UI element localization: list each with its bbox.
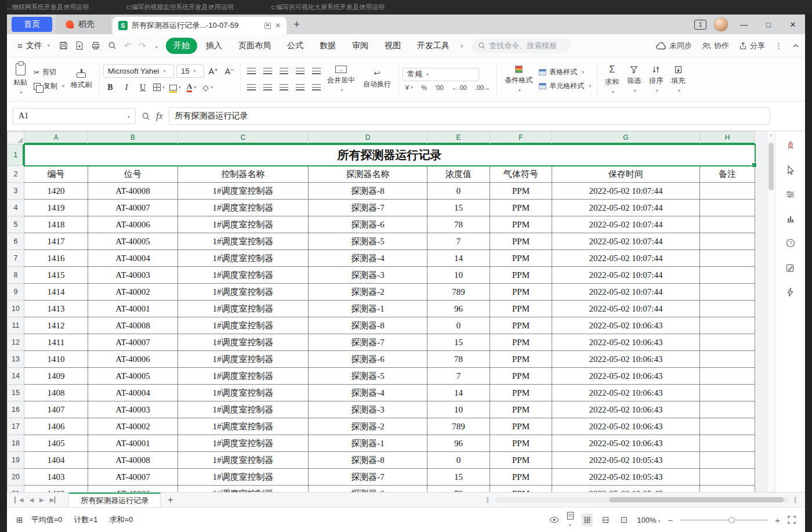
- cell[interactable]: 1409: [24, 368, 88, 385]
- cell[interactable]: [700, 486, 755, 493]
- ribbon-tab-视图[interactable]: 视图: [377, 38, 408, 54]
- vertical-scrollbar[interactable]: ≡: [767, 131, 775, 492]
- cell[interactable]: 2022-05-02 10:07:44: [552, 267, 700, 284]
- increase-indent-button[interactable]: [309, 64, 323, 78]
- cell[interactable]: PPM: [490, 435, 552, 452]
- zoom-out-button[interactable]: −: [668, 515, 673, 525]
- row-header-13[interactable]: 13: [8, 351, 24, 368]
- cell[interactable]: AT-40006: [88, 216, 178, 233]
- cell[interactable]: AT-40006: [88, 351, 178, 368]
- cell[interactable]: [700, 284, 755, 301]
- more-options-icon[interactable]: ⋮: [775, 41, 782, 50]
- cell[interactable]: 2022-05-02 10:06:43: [552, 385, 700, 401]
- page-break-view-icon[interactable]: ⊡: [619, 513, 630, 526]
- grid-viewport[interactable]: ABCDEFGH 1所有探测器运行记录2编号位号控制器名称探测器名称浓度值气体符…: [7, 131, 767, 492]
- cut-button[interactable]: ✂ 剪切: [31, 67, 67, 78]
- cell[interactable]: 7: [427, 368, 490, 385]
- edit-tools-icon[interactable]: [782, 259, 799, 276]
- maximize-button[interactable]: □: [760, 16, 777, 33]
- ribbon-tab-数据[interactable]: 数据: [312, 38, 343, 54]
- cell[interactable]: 0: [427, 317, 490, 334]
- cell[interactable]: 15: [427, 469, 490, 486]
- cell[interactable]: 1413: [24, 301, 88, 317]
- redo-icon[interactable]: ↷: [139, 41, 146, 51]
- header-cell[interactable]: 浓度值: [427, 166, 490, 183]
- number-format-icon-4[interactable]: .00→: [472, 84, 493, 91]
- cell[interactable]: AT-40002: [88, 418, 178, 435]
- cell[interactable]: PPM: [490, 284, 552, 301]
- cell[interactable]: 2022-05-02 10:06:43: [552, 368, 700, 385]
- header-cell[interactable]: 保存时间: [552, 166, 700, 183]
- cell[interactable]: AT-40003: [88, 401, 178, 418]
- ribbon-tab-开始[interactable]: 开始: [166, 38, 197, 54]
- cell[interactable]: 1402: [24, 486, 88, 493]
- cell[interactable]: 探测器-8: [309, 183, 427, 200]
- header-cell[interactable]: 位号: [88, 166, 178, 183]
- cell[interactable]: PPM: [490, 267, 552, 284]
- cell[interactable]: 探测器-7: [309, 334, 427, 351]
- help-icon[interactable]: ?: [782, 234, 799, 252]
- cell[interactable]: 2022-05-02 10:06:43: [552, 418, 700, 435]
- cell[interactable]: 探测器-4: [309, 385, 427, 401]
- collapse-ribbon-icon[interactable]: [792, 44, 799, 48]
- chart-icon[interactable]: [782, 210, 799, 227]
- sort-button[interactable]: 排序: [645, 59, 667, 99]
- cell[interactable]: 探测器-4: [309, 250, 427, 267]
- header-cell[interactable]: 气体符号: [490, 166, 552, 183]
- cell[interactable]: 1#调度室控制器: [178, 401, 309, 418]
- copy-button[interactable]: 复制: [31, 81, 67, 92]
- row-header-18[interactable]: 18: [8, 435, 24, 452]
- row-header-5[interactable]: 5: [8, 216, 24, 233]
- cell[interactable]: [700, 250, 755, 267]
- number-format-icon-1[interactable]: %: [418, 84, 430, 91]
- print-preview-icon[interactable]: [108, 41, 117, 50]
- paste-button[interactable]: 粘贴: [9, 59, 31, 99]
- cell[interactable]: AT-40008: [88, 183, 178, 200]
- cell[interactable]: 1#调度室控制器: [178, 385, 309, 401]
- cell[interactable]: 1420: [24, 183, 88, 200]
- column-header-C[interactable]: C: [178, 132, 309, 144]
- sync-status[interactable]: 未同步: [656, 41, 692, 51]
- cell[interactable]: 789: [427, 418, 490, 435]
- borders-button[interactable]: [152, 81, 166, 94]
- share-button[interactable]: 分享: [739, 41, 765, 51]
- cell[interactable]: 1#调度室控制器: [178, 418, 309, 435]
- cell[interactable]: 1419: [24, 200, 88, 216]
- align-left-button[interactable]: [244, 81, 258, 94]
- bold-button[interactable]: B: [103, 81, 117, 94]
- cell[interactable]: 2022-05-02 10:06:43: [552, 435, 700, 452]
- cell[interactable]: [700, 469, 755, 486]
- cell[interactable]: 1405: [24, 435, 88, 452]
- cell[interactable]: 1#调度室控制器: [178, 183, 309, 200]
- cell[interactable]: PPM: [490, 418, 552, 435]
- cell[interactable]: PPM: [490, 486, 552, 493]
- first-sheet-icon[interactable]: ▎◀: [12, 497, 26, 503]
- plugin-flash-icon[interactable]: [782, 283, 799, 301]
- reading-mode-icon[interactable]: [567, 512, 574, 529]
- new-tab-button[interactable]: +: [287, 18, 307, 31]
- fill-color-button[interactable]: [168, 81, 182, 94]
- cell[interactable]: 探测器-5: [309, 368, 427, 385]
- ribbon-more-icon[interactable]: ›: [457, 41, 466, 50]
- cell[interactable]: AT-40005: [88, 368, 178, 385]
- row-header-2[interactable]: 2: [8, 166, 24, 183]
- tab-preview-icon[interactable]: [264, 23, 271, 29]
- cell[interactable]: 2022-05-02 10:07:44: [552, 183, 700, 200]
- insert-function-icon[interactable]: fx: [156, 111, 163, 121]
- cell[interactable]: 2022-05-02 10:07:44: [552, 233, 700, 250]
- merge-center-button[interactable]: 合并居中: [323, 59, 359, 99]
- cell[interactable]: [700, 301, 755, 317]
- cell[interactable]: 探测器-2: [309, 284, 427, 301]
- horizontal-scrollbar-thumb[interactable]: [610, 497, 784, 502]
- cell[interactable]: [700, 216, 755, 233]
- export-icon[interactable]: [75, 41, 84, 50]
- cell[interactable]: AT-40001: [88, 435, 178, 452]
- cell[interactable]: AT-40005: [88, 233, 178, 250]
- cell[interactable]: 2022-05-02 10:05:43: [552, 469, 700, 486]
- scrollbar-split-handle[interactable]: ≡: [767, 133, 775, 138]
- row-header-11[interactable]: 11: [8, 317, 24, 334]
- cell[interactable]: 1404: [24, 452, 88, 469]
- row-header-8[interactable]: 8: [8, 267, 24, 284]
- align-middle-button[interactable]: [260, 64, 274, 78]
- cell[interactable]: PPM: [490, 317, 552, 334]
